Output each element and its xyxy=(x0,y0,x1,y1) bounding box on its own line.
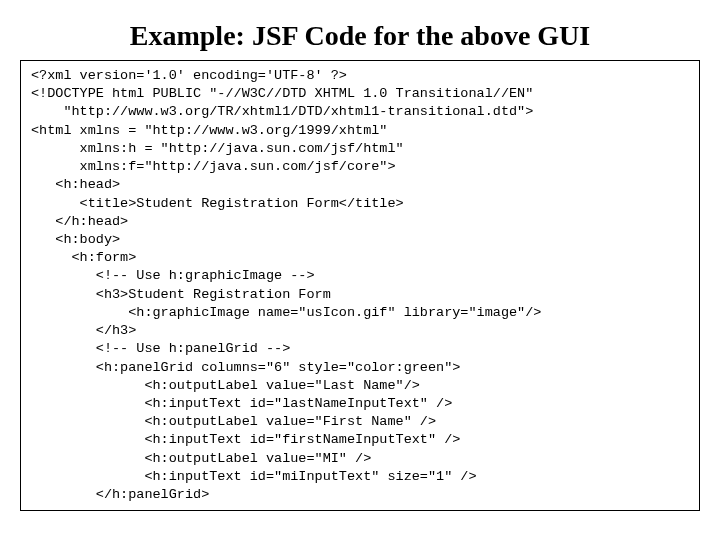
code-line: <h:panelGrid columns="6" style="color:gr… xyxy=(31,360,460,375)
code-line: <?xml version='1.0' encoding='UTF-8' ?> xyxy=(31,68,347,83)
code-line: <h:graphicImage name="usIcon.gif" librar… xyxy=(31,305,541,320)
code-line: xmlns:f="http://java.sun.com/jsf/core"> xyxy=(31,159,396,174)
code-line: <h:outputLabel value="Last Name"/> xyxy=(31,378,420,393)
code-line: <h:form> xyxy=(31,250,136,265)
code-line: <!DOCTYPE html PUBLIC "-//W3C//DTD XHTML… xyxy=(31,86,533,101)
code-block: <?xml version='1.0' encoding='UTF-8' ?> … xyxy=(20,60,700,511)
code-line: <h:outputLabel value="MI" /> xyxy=(31,451,371,466)
code-line: <h:head> xyxy=(31,177,120,192)
code-line: <!-- Use h:panelGrid --> xyxy=(31,341,290,356)
code-line: <h:inputText id="lastNameInputText" /> xyxy=(31,396,452,411)
page-title: Example: JSF Code for the above GUI xyxy=(20,20,700,52)
code-line: <h3>Student Registration Form xyxy=(31,287,331,302)
code-line: </h:panelGrid> xyxy=(31,487,209,502)
code-line: <h:inputText id="miInputText" size="1" /… xyxy=(31,469,477,484)
code-line: <h:outputLabel value="First Name" /> xyxy=(31,414,436,429)
code-line: <!-- Use h:graphicImage --> xyxy=(31,268,315,283)
code-line: <html xmlns = "http://www.w3.org/1999/xh… xyxy=(31,123,387,138)
code-line: "http://www.w3.org/TR/xhtml1/DTD/xhtml1-… xyxy=(31,104,533,119)
code-line: <title>Student Registration Form</title> xyxy=(31,196,404,211)
code-line: </h:head> xyxy=(31,214,128,229)
code-line: </h3> xyxy=(31,323,136,338)
code-line: <h:body> xyxy=(31,232,120,247)
code-line: <h:inputText id="firstNameInputText" /> xyxy=(31,432,460,447)
code-line: xmlns:h = "http://java.sun.com/jsf/html" xyxy=(31,141,404,156)
